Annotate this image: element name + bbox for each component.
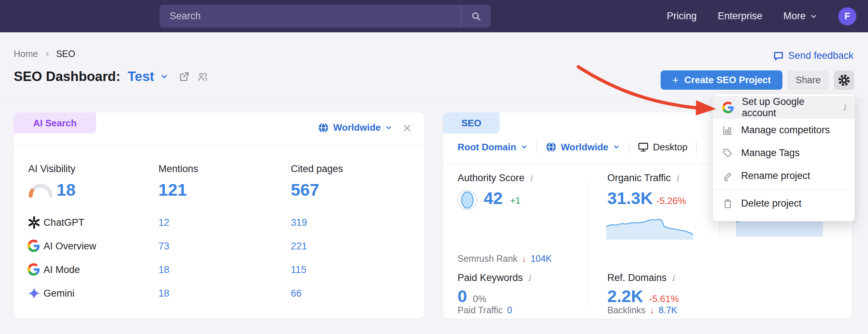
ai-row-gemini: Gemini 18 66 xyxy=(14,286,424,302)
backlinks-value[interactable]: 8.7K xyxy=(659,305,677,315)
project-chevron-down-icon[interactable] xyxy=(160,72,169,81)
organic-traffic-value[interactable]: 31.3K xyxy=(607,188,653,208)
filter-divider xyxy=(696,141,697,153)
ref-domains-label: Ref. Domains i xyxy=(607,272,675,284)
authority-score-value: 42 xyxy=(484,188,503,208)
mentions-value[interactable]: 121 xyxy=(158,180,187,200)
row-name: AI Mode xyxy=(44,264,80,276)
chevron-right-icon xyxy=(44,51,50,57)
scope-dropdown[interactable]: Root Domain xyxy=(458,142,528,153)
card-divider xyxy=(14,144,424,144)
semrush-rank-value[interactable]: 104K xyxy=(530,253,551,264)
ref-domains-value[interactable]: 2.2K xyxy=(607,286,643,306)
paid-traffic-value[interactable]: 0 xyxy=(507,305,512,315)
info-icon[interactable]: i xyxy=(530,173,533,183)
external-link-icon[interactable] xyxy=(179,71,190,82)
search-input[interactable] xyxy=(160,11,461,22)
down-arrow-icon: ↓ xyxy=(522,254,526,264)
organic-traffic-sparkline xyxy=(606,211,693,240)
ai-search-card: AI Search Worldwide AI Visibility Mentio… xyxy=(14,113,424,319)
gemini-logo-icon xyxy=(28,287,41,300)
user-avatar[interactable]: F xyxy=(838,7,856,25)
tab-seo[interactable]: SEO xyxy=(443,113,500,134)
seo-dashboard-page: Pricing Enterprise More F Home SEO SEO D… xyxy=(0,0,868,334)
info-icon[interactable]: i xyxy=(672,273,675,283)
info-icon[interactable]: i xyxy=(843,102,846,113)
semrush-rank: Semrush Rank ↓ 104K xyxy=(458,253,552,264)
feedback-bubble-icon xyxy=(773,50,784,61)
chevron-down-icon xyxy=(810,13,817,20)
chevron-down-icon xyxy=(385,124,392,131)
top-navbar: Pricing Enterprise More F xyxy=(0,0,868,32)
share-users-icon[interactable] xyxy=(197,71,208,82)
plus-icon: + xyxy=(672,74,679,86)
ai-row-ai-mode: AI Mode 18 115 xyxy=(14,262,424,278)
ai-visibility-value: 18 xyxy=(57,180,75,200)
close-widget-icon[interactable] xyxy=(402,123,412,133)
create-seo-project-button[interactable]: + Create SEO Project xyxy=(661,70,782,90)
column-divider xyxy=(588,180,588,307)
ai-region-dropdown[interactable]: Worldwide xyxy=(318,122,392,133)
ai-row-ai-overview: AI Overview 73 221 xyxy=(14,239,424,255)
breadcrumb-home[interactable]: Home xyxy=(14,49,38,59)
share-button[interactable]: Share xyxy=(788,70,829,90)
row-mentions-link[interactable]: 12 xyxy=(158,217,169,228)
globe-icon xyxy=(318,122,329,133)
col-cited-pages: Cited pages xyxy=(291,163,343,175)
chatgpt-logo-icon xyxy=(28,216,41,229)
project-settings-menu: Set up Google account i Manage competito… xyxy=(712,94,855,221)
cited-pages-value[interactable]: 567 xyxy=(291,180,319,200)
project-selector[interactable]: Test xyxy=(128,69,154,84)
bar-chart-icon xyxy=(722,125,733,136)
menu-item-manage-competitors[interactable]: Manage competitors xyxy=(713,119,855,142)
project-settings-gear-button[interactable] xyxy=(834,70,854,90)
row-cited-link[interactable]: 66 xyxy=(291,288,302,299)
search-icon xyxy=(471,11,481,21)
row-mentions-link[interactable]: 18 xyxy=(158,264,169,276)
ai-row-chatgpt: ChatGPT 12 319 xyxy=(14,215,424,231)
row-cited-link[interactable]: 319 xyxy=(291,217,307,228)
organic-traffic-delta: -5.26% xyxy=(656,195,686,207)
filter-divider xyxy=(537,141,537,153)
ref-domains-delta: -5.61% xyxy=(649,293,679,305)
menu-item-manage-tags[interactable]: Manage Tags xyxy=(713,142,855,164)
breadcrumb: Home SEO xyxy=(14,49,75,59)
paid-keywords-value: 0 xyxy=(458,286,467,306)
menu-item-rename-project[interactable]: Rename project xyxy=(713,164,855,187)
authority-score-gauge xyxy=(457,190,478,211)
global-search xyxy=(160,5,491,28)
menu-item-setup-google-account[interactable]: Set up Google account i xyxy=(713,96,855,119)
authority-score-label: Authority Score i xyxy=(458,172,533,184)
info-icon[interactable]: i xyxy=(528,273,531,283)
search-button[interactable] xyxy=(461,5,491,28)
row-mentions-link[interactable]: 18 xyxy=(158,288,169,299)
backlinks: Backlinks ↓ 8.7K xyxy=(607,305,677,315)
row-mentions-link[interactable]: 73 xyxy=(158,241,169,252)
paid-keywords-delta: 0% xyxy=(473,293,487,305)
row-cited-link[interactable]: 115 xyxy=(291,264,306,276)
col-mentions: Mentions xyxy=(158,163,198,175)
tag-icon xyxy=(722,148,733,159)
nav-more[interactable]: More xyxy=(783,11,817,22)
filter-divider xyxy=(629,141,629,153)
info-icon[interactable]: i xyxy=(676,173,679,183)
row-name: AI Overview xyxy=(44,241,96,252)
tab-ai-search[interactable]: AI Search xyxy=(14,113,96,134)
menu-item-delete-project[interactable]: Delete project xyxy=(713,192,855,215)
row-name: ChatGPT xyxy=(44,217,84,228)
send-feedback-link[interactable]: Send feedback xyxy=(773,50,853,61)
title-bar: SEO Dashboard: Test xyxy=(14,69,208,84)
seo-filters: Root Domain Worldwide xyxy=(458,141,697,153)
row-cited-link[interactable]: 221 xyxy=(291,241,307,252)
chevron-down-icon xyxy=(521,143,528,151)
google-logo-icon xyxy=(28,240,40,252)
navbar-links: Pricing Enterprise More F xyxy=(667,0,856,32)
breadcrumb-current: SEO xyxy=(56,49,75,59)
device-selector[interactable]: Desktop xyxy=(638,142,687,153)
paid-keywords-label: Paid Keywords i xyxy=(458,272,531,284)
seo-region-dropdown[interactable]: Worldwide xyxy=(546,142,620,153)
nav-pricing[interactable]: Pricing xyxy=(667,11,697,22)
nav-enterprise[interactable]: Enterprise xyxy=(718,11,762,22)
ai-visibility-gauge xyxy=(28,182,54,198)
menu-divider xyxy=(713,190,855,190)
